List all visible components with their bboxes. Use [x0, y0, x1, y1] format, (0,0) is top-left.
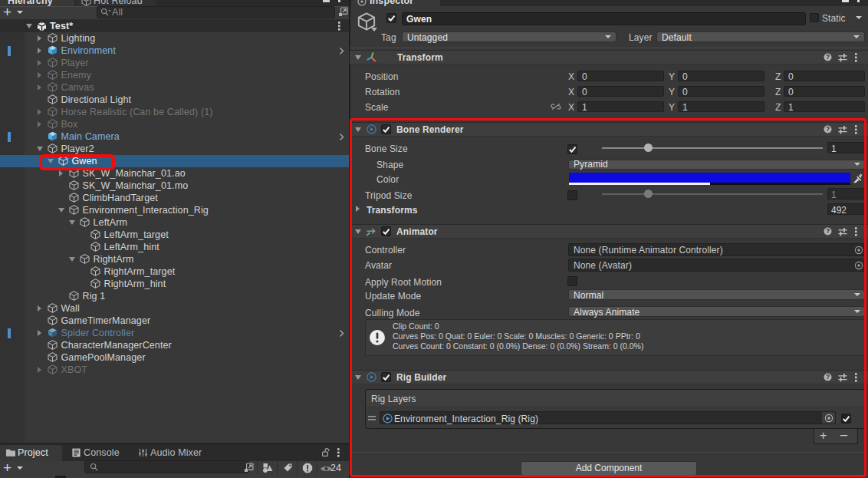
svg-text:?: ?: [826, 53, 830, 61]
